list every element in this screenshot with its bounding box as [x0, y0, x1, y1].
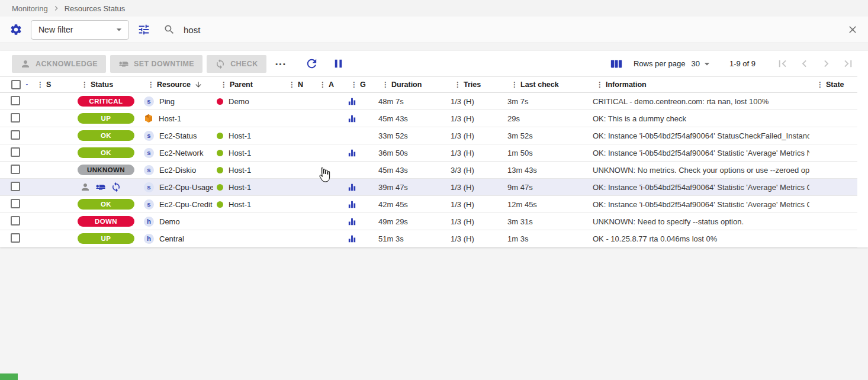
check-button[interactable]: CHECK [207, 55, 266, 73]
graph-icon[interactable] [347, 148, 357, 158]
resource-name[interactable]: Central [159, 234, 184, 243]
acknowledge-button[interactable]: ACKNOWLEDGE [12, 55, 106, 73]
breadcrumb-monitoring[interactable]: Monitoring [12, 4, 48, 13]
table-row[interactable]: CRITICALsPingDemo48m 7s1/3 (H)3m 7sCRITI… [0, 93, 857, 110]
saved-filter-select[interactable]: New filter [31, 20, 129, 40]
parent-cell: Host-1 [213, 127, 281, 144]
pause-button[interactable] [332, 57, 345, 70]
prev-page-button[interactable] [798, 57, 811, 70]
last-page-button[interactable] [841, 57, 855, 70]
status-badge[interactable]: UNKNOWN [78, 165, 134, 175]
status-badge[interactable]: UP [78, 233, 134, 244]
service-type-icon: s [144, 96, 154, 107]
set-downtime-button[interactable]: SET DOWNTIME [110, 55, 202, 73]
parent-name[interactable]: Host-1 [229, 149, 251, 157]
resource-name[interactable]: Ec2-Status [159, 131, 197, 140]
status-badge[interactable]: DOWN [78, 216, 134, 227]
table-row[interactable]: UNKNOWNsEc2-DiskioHost-145m 43s3/3 (H)13… [0, 162, 857, 179]
columns-selector-button[interactable] [610, 57, 623, 70]
parent-name[interactable]: Host-1 [229, 131, 251, 140]
state-cell [809, 127, 857, 144]
status-badge[interactable]: CRITICAL [78, 96, 134, 107]
resource-name[interactable]: Ec2-Cpu-Usage [159, 183, 213, 192]
graph-icon[interactable] [347, 96, 357, 107]
rows-per-page-select[interactable]: 30 [691, 58, 712, 70]
column-drag-handle-icon[interactable]: ⋮ [382, 80, 389, 89]
action-url-cell [312, 110, 343, 127]
last-check-cell: 29s [504, 110, 589, 127]
sort-desc-icon[interactable] [194, 80, 202, 89]
resource-name[interactable]: Demo [159, 217, 180, 226]
table-row[interactable]: sEc2-Cpu-UsageHost-139m 47s1/3 (H)9m 47s… [0, 179, 857, 196]
resource-name[interactable]: Host-1 [159, 114, 181, 123]
graph-icon[interactable] [347, 182, 357, 192]
row-checkbox[interactable] [11, 147, 20, 157]
status-badge[interactable]: OK [78, 199, 134, 210]
resource-name[interactable]: Ec2-Cpu-Credit [159, 200, 213, 209]
service-type-icon: s [144, 131, 154, 141]
table-row[interactable]: OKsEc2-StatusHost-133m 52s1/3 (H)3m 52sO… [0, 127, 857, 144]
row-checkbox[interactable] [11, 130, 20, 140]
parent-name[interactable]: Host-1 [229, 183, 251, 192]
next-page-button[interactable] [819, 57, 833, 70]
graph-icon[interactable] [347, 217, 357, 227]
selection-menu-caret-icon[interactable] [24, 79, 30, 91]
column-drag-handle-icon[interactable]: ⋮ [220, 80, 227, 89]
tries-cell: 1/3 (H) [447, 110, 504, 127]
clear-search-button[interactable] [847, 24, 859, 36]
column-drag-handle-icon[interactable]: ⋮ [37, 80, 44, 89]
status-badge[interactable]: OK [78, 130, 134, 141]
column-drag-handle-icon[interactable]: ⋮ [511, 80, 518, 89]
row-checkbox[interactable] [11, 113, 20, 123]
select-all-checkbox[interactable] [11, 80, 21, 89]
column-drag-handle-icon[interactable]: ⋮ [81, 80, 88, 89]
advanced-filter-button[interactable] [137, 23, 150, 36]
downtime-icon [95, 182, 106, 192]
table-row[interactable]: UPHost-145m 43s1/3 (H)29sOK: This is a d… [0, 110, 857, 127]
parent-name[interactable]: Host-1 [229, 166, 251, 175]
table-row[interactable]: DOWNhDemo49m 29s1/3 (H)3m 31sUNKNOWN: Ne… [0, 213, 857, 230]
row-checkbox[interactable] [11, 165, 20, 174]
table-row[interactable]: OKsEc2-NetworkHost-136m 50s1/3 (H)1m 50s… [0, 144, 857, 162]
refresh-button[interactable] [305, 57, 319, 70]
column-drag-handle-icon[interactable]: ⋮ [351, 80, 358, 89]
column-drag-handle-icon[interactable]: ⋮ [147, 80, 155, 89]
resource-name[interactable]: Ec2-Diskio [159, 166, 196, 175]
first-page-button[interactable] [776, 57, 789, 70]
check-label: CHECK [230, 60, 258, 68]
row-checkbox[interactable] [11, 96, 20, 105]
graph-icon[interactable] [347, 114, 357, 124]
graph-icon[interactable] [347, 234, 357, 244]
resource-name[interactable]: Ec2-Network [159, 149, 203, 157]
parent-name[interactable]: Host-1 [229, 200, 251, 209]
column-drag-handle-icon[interactable]: ⋮ [454, 80, 461, 89]
graph-icon[interactable] [347, 199, 357, 210]
table-row[interactable]: OKsEc2-Cpu-CreditHost-142m 45s1/3 (H)12m… [0, 196, 857, 213]
filter-settings-gear-icon[interactable] [9, 23, 22, 36]
column-header-duration: ⋮Duration [375, 77, 447, 93]
host-type-icon: h [144, 234, 154, 244]
action-url-cell [312, 179, 343, 196]
column-drag-handle-icon[interactable]: ⋮ [596, 80, 603, 89]
severity-cell [30, 230, 74, 247]
breadcrumb-resources-status[interactable]: Resources Status [65, 4, 126, 13]
column-drag-handle-icon[interactable]: ⋮ [816, 80, 824, 89]
search-input[interactable] [184, 25, 838, 35]
chevron-down-icon [701, 58, 713, 70]
row-checkbox[interactable] [11, 182, 20, 191]
row-checkbox[interactable] [11, 199, 20, 208]
parent-status-dot [217, 150, 223, 156]
resource-name[interactable]: Ping [159, 97, 175, 106]
column-drag-handle-icon[interactable]: ⋮ [319, 80, 326, 89]
status-badge[interactable]: UP [78, 113, 134, 124]
notes-cell [281, 93, 312, 110]
refresh-icon [305, 57, 319, 70]
row-checkbox[interactable] [11, 233, 20, 243]
status-badge[interactable]: OK [78, 147, 134, 158]
table-row[interactable]: UPhCentral51m 3s1/3 (H)1m 3sOK - 10.25.8… [0, 230, 857, 247]
row-checkbox[interactable] [11, 216, 20, 226]
parent-name[interactable]: Demo [229, 97, 249, 106]
column-drag-handle-icon[interactable]: ⋮ [288, 80, 295, 89]
more-actions-button[interactable]: ... [275, 59, 287, 65]
duration-cell: 45m 43s [375, 110, 447, 127]
